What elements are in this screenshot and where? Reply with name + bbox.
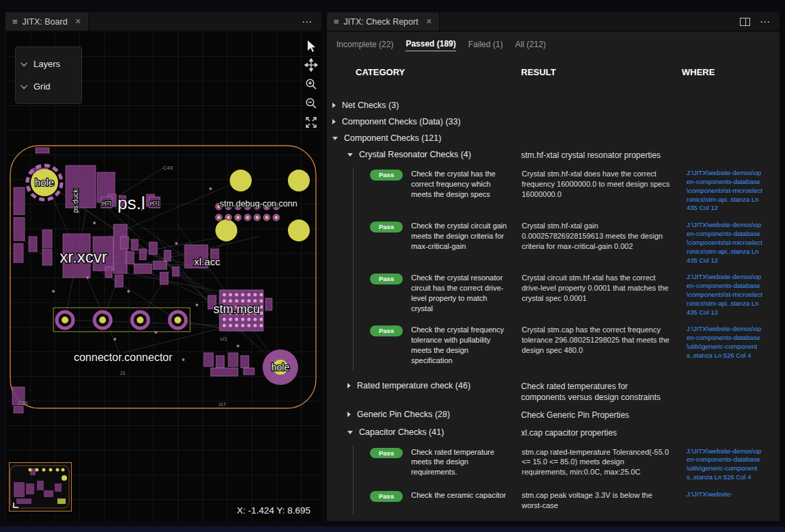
group-label: Capacitor Checks (41) <box>359 427 444 437</box>
check-list: PassCheck rated temperature meets the de… <box>353 446 780 515</box>
group-label: Net Checks (3) <box>342 101 399 110</box>
group-category: Component Checks (Data) (33) <box>327 117 521 127</box>
check-description: Check the crystal frequency tolerance wi… <box>411 325 522 365</box>
group-label: Component Checks (121) <box>344 133 441 143</box>
check-result: stm.cap rated-temperature Toleranced(-55… <box>522 447 682 478</box>
check-category-cell: PassCheck the crystal frequency toleranc… <box>354 325 522 365</box>
check-group-row[interactable]: Component Checks (121) <box>327 133 780 143</box>
group-result: xl.cap capacitor properties <box>521 427 682 438</box>
check-row: PassCheck rated temperature meets the de… <box>354 447 780 482</box>
group-result: Check Generic Pin Properties <box>521 410 682 421</box>
zoom-to-fit-icon[interactable] <box>304 115 319 130</box>
label-hole-bottom: hole <box>271 362 290 373</box>
zoom-out-icon[interactable] <box>304 96 319 111</box>
label-connector: connector.connector <box>74 351 173 363</box>
tab-menu-icon: ≡ <box>12 16 18 27</box>
column-headers: CATEGORY RESULT WHERE <box>327 56 780 84</box>
check-where-link[interactable]: J:\JITX\website-demos\open-components-da… <box>687 221 763 265</box>
label-p2: p[2] <box>102 200 111 206</box>
filter-failed[interactable]: Failed (1) <box>468 40 503 51</box>
group-result: stm.hf-xtal crystal resonator properties <box>521 150 682 161</box>
check-result: Crystal stm.cap has the correct frequenc… <box>522 325 682 356</box>
check-category-cell: PassCheck the crystal has the correct fr… <box>354 169 522 200</box>
close-tab-icon[interactable]: ✕ <box>426 17 432 26</box>
collapse-arrow-icon[interactable] <box>347 153 353 157</box>
app-window: ≡ JITX: Board ✕ ⋯ <box>5 12 780 521</box>
expand-arrow-icon[interactable] <box>347 383 351 388</box>
check-row: PassCheck the crystal frequency toleranc… <box>354 325 780 365</box>
report-panel: ≡ JITX: Check Report ✕ ⋯ Incomplete (22)… <box>327 12 780 521</box>
chevron-down-icon <box>21 82 27 89</box>
label-u1: U1 <box>220 336 228 342</box>
group-category: Net Checks (3) <box>327 101 521 110</box>
layers-label: Layers <box>34 59 60 69</box>
check-result: Crystal circuit stm.hf-xtal has the corr… <box>522 273 682 304</box>
board-tab-label: JITX: Board <box>23 17 68 27</box>
collapse-arrow-icon[interactable] <box>332 137 338 140</box>
check-description: Check the crystal resonator circuit has … <box>411 273 522 313</box>
more-actions-icon[interactable]: ⋯ <box>760 16 770 28</box>
filter-incomplete[interactable]: Incomplete (22) <box>336 40 393 51</box>
label-c36: C36 <box>18 400 28 406</box>
select-cursor-icon[interactable] <box>304 38 319 53</box>
check-result: stm.cap peak voltage 3.3V is below the w… <box>522 490 682 511</box>
check-list: PassCheck the crystal has the correct fr… <box>353 168 780 370</box>
result-filters: Incomplete (22)Passed (189)Failed (1)All… <box>327 31 780 56</box>
label-p1: p[1] <box>150 200 159 206</box>
check-where-link[interactable]: J:\JITX\website- <box>687 490 763 499</box>
split-editor-icon[interactable] <box>740 18 750 26</box>
expand-arrow-icon[interactable] <box>332 119 336 124</box>
check-description: Check the crystal has the correct freque… <box>411 169 522 200</box>
filter-all[interactable]: All (212) <box>515 40 546 51</box>
pass-badge: Pass <box>370 170 403 181</box>
label-ps-l: ps.l <box>118 193 145 213</box>
pass-badge: Pass <box>370 222 403 232</box>
check-group-row[interactable]: Generic Pin Checks (28)Check Generic Pin… <box>327 410 780 421</box>
column-header-result: RESULT <box>521 67 682 77</box>
filter-passed[interactable]: Passed (189) <box>405 39 455 51</box>
group-label: Crystal Resonator Checks (4) <box>359 150 471 159</box>
label-stm-mcu: stm.mcu <box>213 302 260 316</box>
pass-badge: Pass <box>370 274 403 284</box>
tab-jitx-board[interactable]: ≡ JITX: Board ✕ <box>5 12 89 31</box>
check-where-link[interactable]: J:\JITX\website-demos\open-components-da… <box>687 273 763 317</box>
group-category: Rated temperature check (46) <box>327 381 521 390</box>
check-row: PassCheck the crystal has the correct fr… <box>354 169 780 213</box>
expand-arrow-icon[interactable] <box>332 103 336 108</box>
layers-dropdown[interactable]: Layers <box>23 59 75 69</box>
check-result: Crystal stm.hf-xtal does have the correc… <box>522 169 682 200</box>
check-group-row[interactable]: Rated temperature check (46)Check rated … <box>327 381 780 403</box>
pass-badge: Pass <box>370 325 403 336</box>
check-row: PassCheck the crystal circuit gain meets… <box>354 221 780 265</box>
close-tab-icon[interactable]: ✕ <box>75 17 81 26</box>
tabbar-spacer <box>89 12 292 31</box>
column-header-where: WHERE <box>682 67 780 77</box>
tab-jitx-check-report[interactable]: ≡ JITX: Check Report ✕ <box>327 12 440 31</box>
group-label: Rated temperature check (46) <box>357 381 470 390</box>
check-description: Check rated temperature meets the design… <box>411 447 522 478</box>
pan-move-icon[interactable] <box>304 57 319 72</box>
zoom-in-icon[interactable] <box>304 77 319 92</box>
check-row: PassCheck the crystal resonator circuit … <box>354 273 780 317</box>
expand-arrow-icon[interactable] <box>347 412 351 417</box>
check-where-link[interactable]: J:\JITX\website-demos\open-components-da… <box>687 325 763 360</box>
collapse-arrow-icon[interactable] <box>347 431 353 434</box>
label-g7: G7 <box>219 401 226 408</box>
pass-badge: Pass <box>370 448 403 459</box>
check-group-row[interactable]: Crystal Resonator Checks (4)stm.hf-xtal … <box>327 150 780 161</box>
check-where-link[interactable]: J:\JITX\website-demos\open-components-da… <box>687 447 763 482</box>
check-group-row[interactable]: Component Checks (Data) (33) <box>327 117 780 127</box>
check-group-row[interactable]: Net Checks (3) <box>327 101 780 110</box>
view-controls: Layers Grid <box>15 46 82 104</box>
more-actions-icon[interactable]: ⋯ <box>302 16 312 28</box>
board-canvas[interactable]: hole ps.duck ps.l p[2] p[1] C43 stm.debu… <box>5 31 321 521</box>
grid-label: Grid <box>34 81 51 92</box>
group-category: Capacitor Checks (41) <box>327 427 521 437</box>
check-group-row[interactable]: Capacitor Checks (41)xl.cap capacitor pr… <box>327 427 780 438</box>
grid-dropdown[interactable]: Grid <box>23 81 75 92</box>
check-where-link[interactable]: J:\JITX\website-demos\open-components-da… <box>687 169 763 213</box>
check-category-cell: PassCheck the crystal circuit gain meets… <box>354 221 522 252</box>
board-toolbar <box>304 38 319 130</box>
label-ps-duck: ps.duck <box>72 189 79 213</box>
minimap[interactable] <box>9 462 72 511</box>
